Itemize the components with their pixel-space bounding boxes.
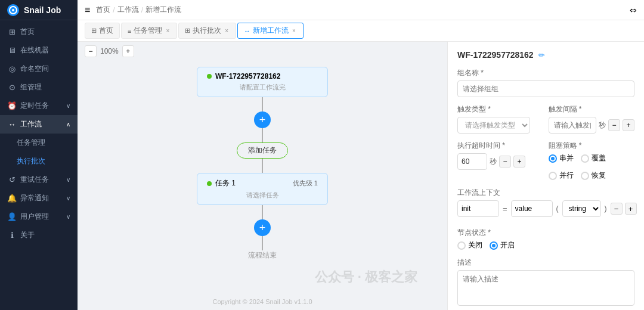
context-value-input[interactable] xyxy=(511,200,553,217)
context-type-select[interactable]: string number xyxy=(562,200,601,217)
strategy-label-1: 串并 xyxy=(559,153,574,163)
status-radio-off[interactable]: 关闭 xyxy=(457,240,482,250)
user-arrow: ∨ xyxy=(66,213,70,220)
app-name: Snail Job xyxy=(24,5,61,15)
context-paren-open: ( xyxy=(556,204,559,213)
user-icon: 👤 xyxy=(7,212,17,222)
radio-dot-2 xyxy=(581,154,589,163)
strategy-radio-group: 串并 覆盖 并行 恢复 xyxy=(549,153,635,181)
zoom-minus-btn[interactable]: − xyxy=(85,45,97,57)
flow-add-btn-2[interactable]: + xyxy=(254,219,271,236)
tab-new-icon: ↔ xyxy=(244,27,250,35)
sidebar-label-exec-batch: 执行批次 xyxy=(17,156,45,166)
right-panel: WF-1722957728162 ✏ 组名称 * 触发类型 * xyxy=(447,42,644,310)
collapse-icon[interactable]: ≡ xyxy=(85,5,90,16)
sidebar-item-retry[interactable]: ↺ 重试任务 ∨ xyxy=(0,170,78,189)
sidebar-label-group: 组管理 xyxy=(20,82,42,92)
context-paren-close: ) xyxy=(605,204,607,213)
context-row: = ( string number ) − + xyxy=(457,200,634,217)
sidebar-item-group[interactable]: ⊙ 组管理 xyxy=(0,78,78,97)
strategy-radio-4[interactable]: 恢复 xyxy=(581,170,606,181)
status-radio-on[interactable]: 开启 xyxy=(490,240,515,250)
flow-node-task1[interactable]: 任务 1 优先级 1 请选择任务 xyxy=(197,173,328,205)
status-dot-on xyxy=(490,241,498,250)
desc-textarea[interactable] xyxy=(457,270,634,306)
breadcrumb-sep2: / xyxy=(141,6,143,14)
status-dot-off xyxy=(457,241,466,250)
connector-3 xyxy=(262,159,263,173)
context-key-input[interactable] xyxy=(457,200,499,217)
tab-home-label: 首页 xyxy=(99,26,113,36)
tab-exec-batch[interactable]: ⊞ 执行批次 × xyxy=(178,23,236,39)
strategy-radio-3[interactable]: 并行 xyxy=(549,170,574,181)
flow-add-btn-1[interactable]: + xyxy=(254,111,271,128)
strategy-label-4: 恢复 xyxy=(592,170,606,181)
tab-new-label: 新增工作流 xyxy=(253,26,289,36)
strategy-radio-1[interactable]: 串并 xyxy=(549,153,574,163)
exec-timeout-unit: 秒 xyxy=(490,157,497,167)
context-minus-btn[interactable]: − xyxy=(611,203,623,215)
task1-dot xyxy=(207,181,212,186)
connector-2 xyxy=(262,128,263,142)
sidebar-item-namespace[interactable]: ◎ 命名空间 xyxy=(0,60,78,78)
trigger-row: 触发类型 * 请选择触发类型 触发间隔 * 秒 − xyxy=(457,104,634,134)
sidebar-item-job[interactable]: ⏰ 定时任务 ∨ xyxy=(0,97,78,115)
tab-new-workflow[interactable]: ↔ 新增工作流 × xyxy=(237,23,304,39)
sidebar-item-home[interactable]: ⊞ 首页 xyxy=(0,23,78,41)
breadcrumb: 首页 / 工作流 / 新增工作流 xyxy=(96,5,181,15)
strategy-radio-2[interactable]: 覆盖 xyxy=(581,153,606,163)
flow-node-start[interactable]: WF-1722957728162 请配置工作流完 xyxy=(197,67,328,97)
canvas-footer: Copyright © 2024 Snail Job v1.1.0 xyxy=(78,298,447,305)
sidebar-nav: ⊞ 首页 🖥 在线机器 ◎ 命名空间 ⊙ 组管理 ⏰ 定时任务 ∨ ↔ 工作流 … xyxy=(0,20,78,310)
tab-task-mgmt[interactable]: ≡ 任务管理 × xyxy=(121,23,177,39)
context-label: 工作流上下文 xyxy=(457,188,634,198)
sidebar-item-about[interactable]: ℹ 关于 xyxy=(0,226,78,244)
connector-1 xyxy=(262,97,263,111)
strategy-label-3: 并行 xyxy=(559,170,574,181)
alarm-arrow: ∨ xyxy=(66,195,70,202)
task1-sub: 请选择任务 xyxy=(207,191,318,200)
start-node-label: WF-1722957728162 xyxy=(215,72,280,80)
tabs-bar: ⊞ 首页 ≡ 任务管理 × ⊞ 执行批次 × ↔ 新增工作流 × xyxy=(78,20,644,42)
tab-task-close[interactable]: × xyxy=(165,27,171,34)
tab-home[interactable]: ⊞ 首页 xyxy=(85,23,120,39)
trigger-interval-input[interactable] xyxy=(549,117,597,134)
zoom-label: 100% xyxy=(100,47,119,55)
node-status-label: 节点状态 * xyxy=(457,228,634,238)
trigger-interval-row: 秒 − + xyxy=(549,117,635,134)
sidebar-item-user-mgmt[interactable]: 👤 用户管理 ∨ xyxy=(0,207,78,226)
topbar: ≡ 首页 / 工作流 / 新增工作流 ⇔ xyxy=(78,0,644,20)
sidebar-item-online-machine[interactable]: 🖥 在线机器 xyxy=(0,41,78,60)
sidebar-item-task-mgmt[interactable]: 任务管理 xyxy=(0,134,78,152)
tab-exec-close[interactable]: × xyxy=(224,27,230,34)
edit-icon[interactable]: ✏ xyxy=(538,51,545,60)
status-radio-group: 关闭 开启 xyxy=(457,240,634,250)
sidebar-label-task-mgmt: 任务管理 xyxy=(17,138,45,148)
sidebar-label-workflow: 工作流 xyxy=(20,119,42,129)
sidebar-item-workflow[interactable]: ↔ 工作流 ∧ xyxy=(0,115,78,134)
exec-timeout-input[interactable] xyxy=(457,153,487,170)
form-label-name: 组名称 * xyxy=(457,68,634,78)
interval-plus-btn[interactable]: + xyxy=(623,119,634,131)
canvas-toolbar: − 100% + xyxy=(78,42,447,61)
about-icon: ℹ xyxy=(7,231,17,240)
trigger-type-select[interactable]: 请选择触发类型 xyxy=(457,117,530,134)
topbar-right: ⇔ xyxy=(630,5,637,15)
interval-minus-btn[interactable]: − xyxy=(608,119,620,131)
context-plus-btn[interactable]: + xyxy=(625,203,637,215)
job-arrow: ∨ xyxy=(66,103,70,109)
context-eq: = xyxy=(503,204,507,213)
add-task-node[interactable]: 添加任务 xyxy=(237,142,288,159)
tab-new-close[interactable]: × xyxy=(291,27,297,34)
zoom-plus-btn[interactable]: + xyxy=(122,45,134,57)
sidebar-item-alarm[interactable]: 🔔 异常通知 ∨ xyxy=(0,189,78,207)
timeout-plus-btn[interactable]: + xyxy=(513,156,525,168)
sidebar-label-user-mgmt: 用户管理 xyxy=(20,212,49,222)
name-input[interactable] xyxy=(457,80,634,97)
form-section-status: 节点状态 * 关闭 开启 xyxy=(457,228,634,250)
tab-task-icon: ≡ xyxy=(128,27,131,35)
timeout-minus-btn[interactable]: − xyxy=(499,156,511,168)
sidebar-item-exec-batch[interactable]: 执行批次 xyxy=(0,152,78,170)
retry-arrow: ∨ xyxy=(66,176,70,183)
layout-toggle-icon[interactable]: ⇔ xyxy=(630,5,637,15)
